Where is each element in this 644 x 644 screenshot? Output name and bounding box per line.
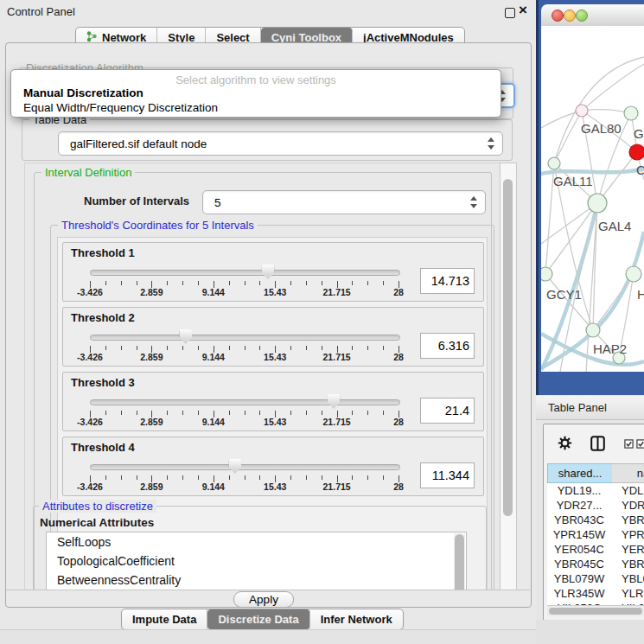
slider-track[interactable] [90,464,400,470]
interval-definition-title: Interval Definition [41,166,135,179]
tick-label: 21.715 [323,352,351,362]
tick-label: 21.715 [323,417,351,427]
column-header-name[interactable]: name [612,463,644,483]
table-row[interactable]: YLR345WYLR3 [547,586,644,601]
tick-label: -3.426 [77,481,103,492]
table-row[interactable]: YER054CYER0 [547,542,644,557]
list-scrollbar[interactable] [454,533,465,590]
tab-infer-network[interactable]: Infer Network [310,609,403,629]
scrollbar-thumb[interactable] [455,534,464,590]
slider-track[interactable] [90,335,400,341]
horizontal-scrollbar[interactable] [547,605,644,616]
threshold-3-value-field[interactable]: 21.4 [420,398,475,424]
number-of-intervals-combo[interactable]: 5 [202,190,486,214]
list-item-selfloops[interactable]: SelfLoops [47,532,466,552]
panel-title: Control Panel [7,5,75,18]
traffic-light-close-icon[interactable] [552,10,564,22]
settings-scroll-area: Interval Definition Number of Intervals … [24,163,501,590]
slider-track[interactable] [90,270,400,276]
float-window-icon[interactable] [505,8,515,18]
dropdown-item-equal-width[interactable]: Equal Width/Frequency Discretization [13,101,507,114]
scrollbar-thumb[interactable] [503,179,513,516]
checkbox-icon[interactable] [636,438,644,451]
tick-label: 2.859 [140,481,163,492]
node-selected-red[interactable] [629,144,644,160]
slider-thumb[interactable] [262,265,275,279]
edge [541,111,582,128]
bottom-tab-bar: Impute Data Discretize Data Infer Networ… [121,609,404,630]
node-label-gal4: GAL4 [598,219,631,233]
apply-separator [6,590,530,590]
column-header-shared-name[interactable]: shared... [547,463,613,483]
slider-track[interactable] [90,399,400,405]
threshold-slider[interactable]: -3.426 2.859 9.144 15.43 21.715 28 [90,393,399,428]
network-window-titlebar[interactable] [541,4,644,27]
combo-value: 5 [203,196,221,209]
gear-icon[interactable] [558,436,572,453]
table-row[interactable]: YDL19...YDL1 [547,483,644,498]
list-item-topologicalcoefficient[interactable]: TopologicalCoefficient [47,552,466,571]
tick-label: 21.715 [323,481,351,492]
tick-label: 9.144 [202,287,225,297]
table-toolbar [544,424,644,459]
node-label-hap2: HAP2 [593,341,627,356]
checkbox-icon[interactable] [624,438,634,451]
threshold-2-value-field[interactable]: 6.316 [420,333,475,359]
slider-thumb[interactable] [228,459,241,474]
network-graph[interactable] [541,26,644,372]
tick-label: 28 [393,352,404,362]
threshold-1-panel: Threshold 1 -3.426 2.859 9.144 15.43 21.… [62,242,484,302]
threshold-2-panel: Threshold 2 -3.426 2.859 9.144 15.43 21.… [62,307,484,367]
table-row[interactable]: YBR043CYBR0 [547,513,644,527]
table-panel-title: Table Panel [548,401,607,414]
attributes-group-title: Attributes to discretize [39,500,156,513]
node-label-gal11: GAL11 [553,174,593,188]
tick-label: 15.43 [264,417,286,427]
node-right-mid[interactable] [626,266,641,282]
table-data-combo[interactable]: galFiltered.sif default node [58,131,503,156]
tick-label: 2.859 [140,352,163,362]
numerical-attributes-label: Numerical Attributes [40,516,154,529]
dropdown-hint: Select algorithm to view settings [11,73,501,86]
control-panel: Control Panel × Network Style Select Cyn… [0,0,536,644]
slider-thumb[interactable] [328,394,341,409]
apply-button[interactable]: Apply [233,591,294,608]
control-panel-titlebar: Control Panel × [0,0,536,22]
network-canvas[interactable] [541,26,644,372]
node-top-right[interactable] [624,106,638,120]
node-gal11[interactable] [548,157,560,169]
tick-label: 28 [393,481,404,492]
table-row[interactable]: YDR27...YDR2 [547,498,644,513]
bottom-margin [0,630,536,644]
node-gal80[interactable] [576,105,588,117]
vertical-scrollbar[interactable] [500,163,517,590]
dropdown-item-manual-discretization[interactable]: Manual Discretization [13,86,507,99]
tick-label: 9.144 [202,417,225,427]
threshold-1-value-field[interactable]: 14.713 [420,268,475,294]
tick-label: 28 [393,287,404,297]
threshold-slider[interactable]: -3.426 2.859 9.144 15.43 21.715 28 [90,328,399,363]
node-gcy1[interactable] [541,267,552,281]
slider-thumb[interactable] [179,329,192,344]
threshold-label: Threshold 1 [71,246,135,259]
threshold-slider[interactable]: -3.426 2.859 9.144 15.43 21.715 28 [90,458,399,493]
node-gal4[interactable] [588,194,607,213]
scrollbar-thumb[interactable] [549,608,642,615]
close-icon[interactable]: × [519,2,527,19]
tab-discretize-data[interactable]: Discretize Data [207,609,309,629]
table-row[interactable]: YBL079WYBL0 [547,571,644,586]
bottom-margin [536,620,644,644]
threshold-slider[interactable]: -3.426 2.859 9.144 15.43 21.715 28 [90,264,399,298]
threshold-4-value-field[interactable]: 11.344 [420,462,475,488]
list-item-betweennesscentrality[interactable]: BetweennessCentrality [47,571,466,590]
tab-impute-data[interactable]: Impute Data [122,609,207,629]
table-row[interactable]: YBR045CYBR0 [547,557,644,571]
table-row[interactable]: YPR145WYPR1 [547,527,644,542]
traffic-light-minimize-icon[interactable] [564,10,576,22]
tick-label: -3.426 [77,352,103,362]
combo-stepper-icon [470,196,478,208]
node-hap2[interactable] [586,323,600,337]
node-label-gcy1: GCY1 [546,287,582,302]
split-columns-icon[interactable] [590,436,605,454]
traffic-light-zoom-icon[interactable] [576,10,588,22]
